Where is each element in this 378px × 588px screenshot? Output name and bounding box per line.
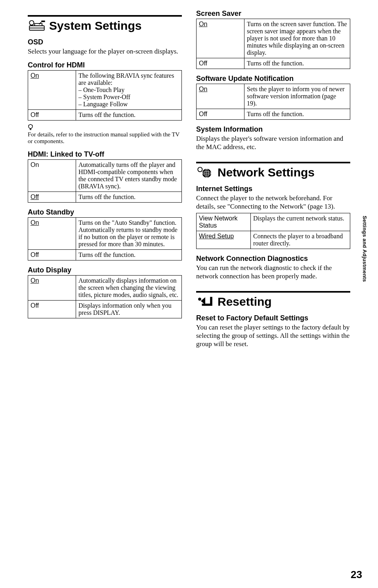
option-label: On [28,71,76,110]
option-desc: The following BRAVIA sync features are a… [76,71,182,110]
option-label: On [28,275,76,300]
network-settings-title: Network Settings [218,166,315,179]
diag-body: You can run the network diagnostic to ch… [196,264,350,281]
resetting-heading: Resetting [196,295,350,308]
system-settings-title: System Settings [49,19,141,33]
tip-text: For details, refer to the instruction ma… [28,131,179,144]
table-row: On Automatically turns off the player an… [28,159,182,192]
option-label: Off [28,110,76,121]
content-columns: System Settings OSD Selects your languag… [28,10,350,351]
option-label: Off [197,58,244,69]
table-row: On The following BRAVIA sync features ar… [28,71,182,110]
option-desc: Turns off the function. [76,249,182,260]
table-row: View Network Status Displays the current… [197,213,350,231]
table-row: Off Turns off the function. [197,109,350,120]
page-number: 23 [351,569,362,581]
osd-body: Selects your language for the player on-… [28,47,182,56]
auto-display-heading: Auto Display [28,266,182,274]
section-divider [28,15,182,17]
option-desc: Sets the player to inform you of newer s… [244,84,350,109]
screen-saver-heading: Screen Saver [196,10,350,18]
option-desc: Turns on the screen saver function. The … [244,19,350,58]
software-update-heading: Software Update Notification [196,75,350,83]
auto-standby-heading: Auto Standby [28,208,182,216]
svg-point-9 [198,167,202,171]
svg-point-15 [198,297,201,301]
option-desc: Turns off the function. [76,110,182,121]
globe-icon [196,167,214,178]
diag-heading: Network Connection Diagnostics [196,255,350,263]
system-info-heading: System Information [196,125,350,134]
table-row: Off Displays information only when you p… [28,300,182,318]
option-label: On [28,217,76,249]
system-info-body: Displays the player's software version i… [196,134,350,151]
reset-heading: Reset to Factory Default Settings [196,314,350,322]
toolbox-icon [28,20,46,32]
reset-arrow-icon [196,296,214,308]
internet-heading: Internet Settings [196,185,350,193]
option-desc: Turns off the function. [76,192,182,202]
option-desc: Turns off the function. [244,58,350,69]
table-row: Off Turns off the function. [28,192,182,202]
table-row: Off Turns off the function. [28,249,182,260]
option-label: Off [28,249,76,260]
option-label: On [28,159,76,192]
internet-body: Connect the player to the network before… [196,194,350,211]
option-label: On [197,84,244,109]
table-row: Wired Setup Connects the player to a bro… [197,231,350,249]
table-row: On Sets the player to inform you of newe… [197,84,350,109]
control-hdmi-heading: Control for HDMI [28,61,182,69]
screen-saver-table: On Turns on the screen saver function. T… [196,19,350,69]
software-update-table: On Sets the player to inform you of newe… [196,84,350,120]
option-label: Off [197,109,244,120]
svg-point-0 [29,21,34,25]
linked-table: On Automatically turns off the player an… [28,159,182,203]
section-divider [196,162,350,163]
left-column: System Settings OSD Selects your languag… [28,10,182,351]
tip-block: For details, refer to the instruction ma… [28,124,182,145]
system-settings-heading: System Settings [28,19,182,33]
option-label: On [197,19,244,58]
table-row: Off Turns off the function. [28,110,182,121]
option-label: View Network Status [197,213,251,231]
resetting-title: Resetting [218,295,272,308]
table-row: On Turns on the "Auto Standby" function.… [28,217,182,249]
reset-body: You can reset the player settings to the… [196,323,350,349]
side-tab: Settings and Adjustments [361,213,368,285]
option-desc: Automatically turns off the player and H… [76,159,182,192]
option-desc: Connects the player to a broadband route… [251,231,350,249]
table-row: On Turns on the screen saver function. T… [197,19,350,58]
option-desc: Displays the current network status. [251,213,350,231]
option-desc: Turns off the function. [244,109,350,120]
auto-display-table: On Automatically displays information on… [28,275,182,318]
network-settings-heading: Network Settings [196,166,350,179]
side-tab-label: Settings and Adjustments [362,216,368,282]
option-label: Off [28,300,76,318]
linked-heading: HDMI: Linked to TV-off [28,150,182,159]
lightbulb-icon [28,124,34,131]
option-label: Off [28,192,76,202]
option-desc: Displays information only when you press… [76,300,182,318]
option-label: Wired Setup [197,231,251,249]
control-hdmi-table: On The following BRAVIA sync features ar… [28,70,182,121]
right-column: Screen Saver On Turns on the screen save… [196,10,350,351]
table-row: On Automatically displays information on… [28,275,182,300]
section-divider [196,291,350,293]
option-desc: Automatically displays information on th… [76,275,182,300]
table-row: Off Turns off the function. [197,58,350,69]
option-desc: Turns on the "Auto Standby" function. Au… [76,217,182,249]
internet-table: View Network Status Displays the current… [196,213,350,249]
svg-point-3 [29,124,32,128]
osd-heading: OSD [28,38,182,46]
auto-standby-table: On Turns on the "Auto Standby" function.… [28,217,182,260]
